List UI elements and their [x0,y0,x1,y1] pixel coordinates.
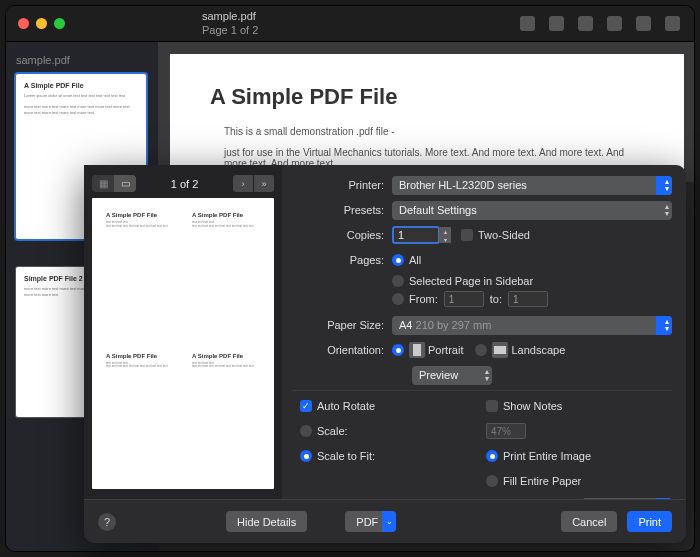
fill-entire-paper-label: Fill Entire Paper [503,475,581,487]
preview-view-segmented[interactable]: ▦ ▭ [92,175,136,192]
zoom-out-icon[interactable] [520,16,535,31]
pages-selected-radio[interactable] [392,275,404,287]
document-heading: A Simple PDF File [210,84,644,110]
rotate-icon[interactable] [636,16,651,31]
printer-select[interactable]: Brother HL-L2320D series▴▾ [392,176,672,195]
title-info: sample.pdf Page 1 of 2 [202,10,258,36]
zoom-window-button[interactable] [54,18,65,29]
scale-to-fit-radio[interactable] [300,450,312,462]
fill-entire-paper-radio[interactable] [486,475,498,487]
copies-stepper[interactable]: ▴▾ [439,227,451,243]
portrait-icon [409,342,425,358]
scale-percent-input[interactable]: 47% [486,423,526,439]
pages-from-input[interactable]: 1 [444,291,484,307]
markup-icon[interactable] [607,16,622,31]
document-page-info: Page 1 of 2 [202,24,258,37]
print-preview-page: A Simple PDF Filetext text text texttext… [92,198,274,489]
sidebar-filename: sample.pdf [16,54,148,66]
two-sided-label: Two-Sided [478,229,530,241]
copies-input[interactable]: 1 [392,226,440,244]
print-preview-pane: ▦ ▭ 1 of 2 › » A Simple PDF Filetext tex… [84,165,282,499]
section-select[interactable]: Preview▴▾ [412,366,492,385]
pages-to-label: to: [490,293,502,305]
page-content: A Simple PDF File This is a small demons… [170,54,684,170]
preview-last-icon[interactable]: » [254,175,274,192]
pages-from-radio[interactable] [392,293,404,305]
document-para-1: This is a small demonstration .pdf file … [224,126,644,137]
orientation-portrait-radio[interactable] [392,344,404,356]
cancel-button[interactable]: Cancel [561,511,617,532]
pages-selected-label: Selected Page in Sidebar [409,275,533,287]
toolbar-right [520,16,680,31]
show-notes-checkbox[interactable] [486,400,498,412]
scale-label: Scale: [317,425,348,437]
close-window-button[interactable] [18,18,29,29]
print-entire-image-radio[interactable] [486,450,498,462]
zoom-in-icon[interactable] [549,16,564,31]
print-dialog: ▦ ▭ 1 of 2 › » A Simple PDF Filetext tex… [84,165,686,543]
landscape-label: Landscape [511,344,565,356]
paper-size-label: Paper Size: [292,319,384,331]
minimize-window-button[interactable] [36,18,47,29]
document-filename: sample.pdf [202,10,258,23]
two-sided-checkbox[interactable] [461,229,473,241]
show-notes-label: Show Notes [503,400,562,412]
portrait-label: Portrait [428,344,463,356]
pages-all-radio[interactable] [392,254,404,266]
pages-to-input[interactable]: 1 [508,291,548,307]
print-options-form: Printer: Brother HL-L2320D series▴▾ Pres… [282,165,686,499]
hide-details-button[interactable]: Hide Details [226,511,307,532]
scale-to-fit-label: Scale to Fit: [317,450,375,462]
auto-rotate-label: Auto Rotate [317,400,375,412]
presets-select[interactable]: Default Settings▴▾ [392,201,672,220]
preview-next-icon[interactable]: › [233,175,253,192]
print-entire-image-label: Print Entire Image [503,450,591,462]
landscape-icon [492,342,508,358]
search-icon[interactable] [665,16,680,31]
dialog-footer: ? Hide Details PDF⌄ Cancel Print [84,499,686,543]
document-view: A Simple PDF File This is a small demons… [158,42,695,182]
preview-single-icon[interactable]: ▭ [114,175,136,192]
pages-label: Pages: [292,254,384,266]
share-icon[interactable] [578,16,593,31]
orientation-label: Orientation: [292,344,384,356]
titlebar: sample.pdf Page 1 of 2 [6,6,694,42]
pages-all-label: All [409,254,421,266]
printer-label: Printer: [292,179,384,191]
scale-radio[interactable] [300,425,312,437]
print-button[interactable]: Print [627,511,672,532]
paper-size-select[interactable]: A4 210 by 297 mm▴▾ [392,316,672,335]
preview-page-indicator: 1 of 2 [142,178,227,190]
preview-grid-icon[interactable]: ▦ [92,175,114,192]
presets-label: Presets: [292,204,384,216]
orientation-landscape-radio[interactable] [475,344,487,356]
copies-label: Copies: [292,229,384,241]
help-button[interactable]: ? [98,513,116,531]
pages-from-label: From: [409,293,438,305]
copies-per-page-select[interactable]: 4▴▾ [582,498,672,500]
auto-rotate-checkbox[interactable]: ✓ [300,400,312,412]
pdf-dropdown-button[interactable]: PDF⌄ [345,511,396,532]
